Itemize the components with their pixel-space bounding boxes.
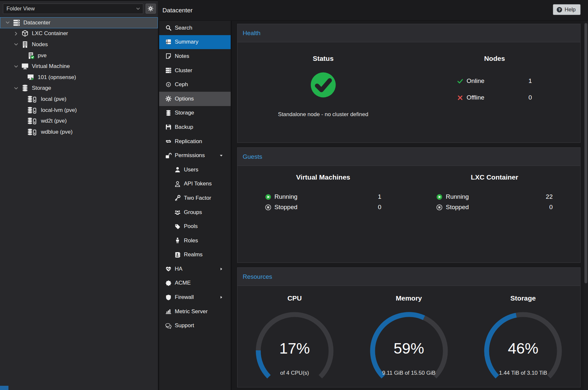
proxmox-app: Folder View Datacenter LXC Container — [0, 0, 588, 390]
tree-item[interactable]: Datacenter — [0, 17, 158, 28]
tree-item-label: Nodes — [32, 41, 48, 48]
nav-item[interactable]: Ceph — [159, 77, 231, 92]
nav-item[interactable]: API Tokens — [159, 177, 231, 191]
row-label: Stopped — [275, 204, 298, 211]
gauge-percent: 17% — [252, 339, 337, 357]
nav-item[interactable]: Summary — [159, 35, 231, 49]
nav-item[interactable]: Backup — [159, 120, 231, 134]
tree-item[interactable]: local-lvm (pve) — [0, 105, 158, 116]
tree-item[interactable]: wd2t (pve) — [0, 115, 158, 127]
node-status-row: Online 1 — [457, 74, 532, 88]
tree-item-label: Storage — [32, 85, 51, 91]
person-icon — [173, 237, 181, 244]
nav-item[interactable]: Realms — [159, 248, 231, 262]
tag-icon — [173, 223, 181, 230]
nav-item[interactable]: HA — [159, 262, 231, 276]
tree-item[interactable]: LXC Container — [0, 28, 158, 39]
help-button[interactable]: Help — [553, 4, 581, 15]
nodes-rows: Online 1 Offline 0 — [457, 74, 532, 104]
status-heading: Status — [313, 55, 334, 62]
db-drive-icon — [27, 96, 39, 103]
resource-tree-panel: Folder View Datacenter LXC Container — [0, 0, 158, 390]
nav-item[interactable]: Options — [159, 92, 231, 106]
chevron-down-icon[interactable] — [5, 20, 13, 25]
floppy-icon — [164, 124, 172, 130]
resource-gauge: Storage 46% 1.44 TiB of 3.10 TiB — [466, 294, 580, 380]
nav-item-label: Search — [175, 25, 192, 31]
check-icon — [457, 78, 463, 84]
server-icon — [13, 19, 21, 26]
tree-item[interactable]: local (pve) — [0, 94, 158, 105]
tree-item[interactable]: Storage — [0, 83, 158, 94]
guests-panel-title: Guests — [243, 153, 262, 160]
nodes-heading: Nodes — [484, 55, 505, 62]
db-drive-icon — [27, 117, 39, 125]
nav-item[interactable]: Cluster — [159, 63, 231, 78]
row-label: Running — [446, 193, 469, 200]
nav-item-label: Permissions — [175, 152, 205, 159]
row-value: 1 — [529, 77, 532, 85]
nav-item[interactable]: Two Factor — [159, 191, 231, 205]
tree-item-label: 101 (opnsense) — [38, 74, 76, 81]
row-label: Stopped — [446, 204, 469, 211]
cross-icon — [457, 95, 463, 101]
heartbeat-icon — [164, 266, 172, 272]
nav-item[interactable]: Metric Server — [159, 304, 231, 319]
nav-item-label: Notes — [175, 53, 189, 60]
nav-item-label: Roles — [184, 237, 198, 244]
resource-gauge: Memory 59% 9.11 GiB of 15.50 GiB — [352, 294, 466, 380]
vm-rows: Running 1 Stopped 0 — [265, 192, 381, 212]
chevron-right-icon[interactable] — [14, 31, 21, 36]
nav-item[interactable]: Support — [159, 318, 231, 333]
chevron-down-icon[interactable] — [14, 64, 21, 69]
stop-circle-icon — [436, 204, 442, 210]
nav-item[interactable]: Groups — [159, 205, 231, 220]
row-value: 0 — [549, 204, 553, 211]
tree-item-label: LXC Container — [32, 30, 68, 37]
tree-settings-button[interactable] — [146, 4, 156, 14]
gauge-title: CPU — [288, 294, 302, 302]
guest-status-row: Stopped 0 — [436, 202, 553, 212]
nav-item-label: Firewall — [175, 294, 194, 301]
comments-icon — [164, 323, 172, 329]
caret-right-icon — [219, 267, 224, 271]
nav-item-label: ACME — [175, 280, 191, 286]
repeat-icon — [164, 138, 172, 144]
tree-item-label: wdblue (pve) — [41, 129, 72, 135]
chevron-down-icon[interactable] — [14, 86, 21, 91]
gear-icon — [148, 6, 153, 11]
nav-item[interactable]: Search — [159, 21, 231, 35]
nav-item[interactable]: Notes — [159, 49, 231, 63]
scrollbar-thumb[interactable] — [584, 23, 587, 283]
desktop-icon — [21, 63, 30, 70]
play-circle-icon — [436, 194, 442, 200]
row-label: Online — [467, 77, 484, 85]
health-panel: Health Status Standalone node - no clust… — [237, 24, 581, 143]
node-status-row: Offline 0 — [457, 91, 532, 104]
nav-item[interactable]: Roles — [159, 234, 231, 248]
tree-item[interactable]: Virtual Machine — [0, 61, 158, 72]
nav-item[interactable]: ACME — [159, 276, 231, 290]
tree-item-label: local-lvm (pve) — [41, 107, 77, 114]
tree-item[interactable]: wdblue (pve) — [0, 127, 158, 138]
tree-item[interactable]: 101 (opnsense) — [0, 72, 158, 83]
ceph-icon — [164, 82, 172, 88]
nav-item-label: Ceph — [175, 81, 188, 88]
content-scrollbar[interactable] — [584, 21, 588, 390]
nav-item[interactable]: Users — [159, 163, 231, 177]
building-icon — [21, 41, 30, 48]
nav-item[interactable]: Storage — [159, 106, 231, 120]
nav-item[interactable]: Firewall — [159, 290, 231, 304]
health-panel-header: Health — [237, 24, 580, 42]
resource-gauge: CPU 17% of 4 CPU(s) — [237, 294, 352, 380]
nav-item-label: HA — [175, 266, 183, 272]
chevron-down-icon[interactable] — [14, 42, 21, 47]
view-mode-select[interactable]: Folder View — [3, 4, 143, 14]
page-title: Datacenter — [162, 7, 193, 14]
tree-item[interactable]: pve — [0, 50, 158, 61]
tree-item[interactable]: Nodes — [0, 39, 158, 50]
nav-item[interactable]: Permissions — [159, 148, 231, 163]
nav-item[interactable]: Replication — [159, 134, 231, 149]
nav-item[interactable]: Pools — [159, 219, 231, 234]
chevron-down-icon — [136, 7, 140, 11]
